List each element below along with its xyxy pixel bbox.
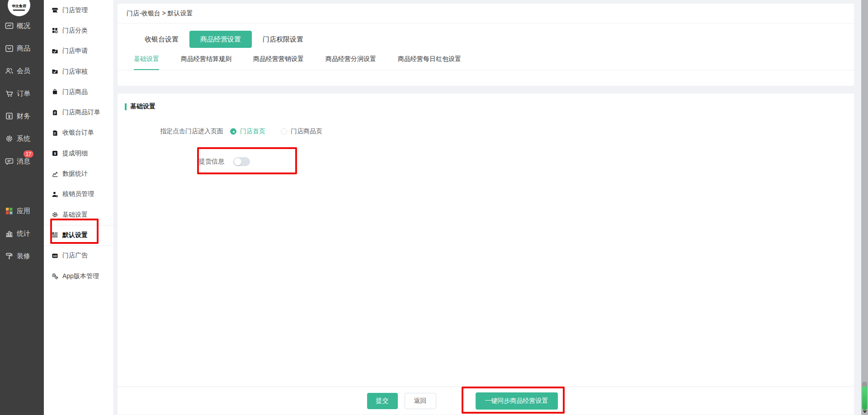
menu-item-data-stats[interactable]: 数据统计 (44, 163, 113, 184)
nav-item-decorate[interactable]: 装修 (0, 245, 44, 267)
primary-sidebar: 华太食府 概况商品会员订单财务系统消息17应用统计装修 (0, 0, 44, 415)
sliders-list-icon (52, 232, 58, 238)
footer-action-bar: 提交 返回 一键同步商品经营设置 (118, 387, 854, 415)
menu-item-label: 门店商品订单 (62, 108, 100, 117)
nav-item-apps[interactable]: 应用 (0, 200, 44, 222)
menu-item-basic-settings[interactable]: 基础设置 (44, 205, 113, 225)
menu-item-store-goods-order[interactable]: 门店商品订单 (44, 102, 113, 122)
svg-text:¥: ¥ (54, 151, 56, 156)
tab-store-permission-settings[interactable]: 门店权限设置 (252, 31, 314, 48)
app-window: 华太食府 概况商品会员订单财务系统消息17应用统计装修 门店管理门店分类门店申请… (0, 0, 868, 415)
breadcrumb-bar: 门店-收银台 > 默认设置 (118, 4, 854, 23)
menu-item-store-category[interactable]: 门店分类 (44, 20, 113, 41)
sync-goods-settings-button[interactable]: 一键同步商品经营设置 (476, 392, 558, 410)
nav-item-stats[interactable]: 统计 (0, 222, 44, 245)
pickup-info-label: 提货信息 (199, 158, 224, 166)
menu-item-label: 提成明细 (62, 149, 88, 158)
menu-item-app-version[interactable]: App版本管理 (44, 266, 113, 286)
back-button[interactable]: 返回 (405, 393, 436, 409)
bar-chart-icon (5, 229, 14, 238)
scrollbar-thumb[interactable] (862, 387, 867, 410)
logo-subtext-bar (13, 9, 25, 11)
subtab-settlement-rules[interactable]: 商品经营结算规则 (181, 55, 231, 70)
section-accent-bar (125, 103, 127, 110)
menu-item-store-management[interactable]: 门店管理 (44, 0, 113, 20)
cart-icon (5, 89, 14, 98)
member-icon (5, 67, 14, 75)
submit-button[interactable]: 提交 (367, 393, 398, 409)
radio-label: 门店首页 (240, 127, 265, 135)
toggle-knob-icon (234, 158, 241, 165)
chat-bubble-icon (5, 157, 14, 166)
entry-page-label: 指定点击门店进入页面 (160, 127, 223, 135)
paint-roller-icon (5, 252, 14, 261)
subtab-marketing-settings[interactable]: 商品经营营销设置 (253, 55, 304, 70)
nav-item-member[interactable]: 会员 (0, 60, 44, 82)
menu-item-label: 门店商品 (62, 88, 88, 96)
menu-item-verifier-management[interactable]: 核销员管理 (44, 184, 113, 205)
subtab-basic-settings[interactable]: 基础设置 (134, 55, 159, 70)
subtab-daily-redpacket-settings[interactable]: 商品经营每日红包设置 (398, 55, 461, 70)
scrollbar[interactable] (861, 0, 868, 415)
menu-item-label: 默认设置 (62, 231, 88, 239)
menu-item-store-apply[interactable]: 门店申请 (44, 41, 113, 61)
entry-page-row: 指定点击门店进入页面 门店首页门店商品页 (160, 127, 854, 136)
menu-item-label: 门店申请 (62, 47, 88, 55)
message-count-badge: 17 (24, 150, 33, 158)
company-logo[interactable]: 华太食府 (8, 0, 30, 16)
breadcrumb: 门店-收银台 > 默认设置 (127, 9, 193, 18)
entry-page-radio-group: 门店首页门店商品页 (230, 127, 338, 135)
nav-item-label: 系统 (17, 135, 30, 143)
nav-item-overview[interactable]: 概况 (0, 14, 44, 37)
finance-icon (5, 112, 14, 121)
menu-item-label: 收银台订单 (62, 129, 94, 137)
menu-item-label: 基础设置 (62, 211, 88, 219)
subtab-profit-sharing-settings[interactable]: 商品经营分润设置 (326, 55, 376, 70)
radio-icon (281, 128, 287, 135)
ad-badge-icon: AD (52, 252, 58, 259)
menu-item-default-settings[interactable]: 默认设置 (44, 225, 113, 245)
menu-item-cashier-order[interactable]: 收银台订单 (44, 123, 113, 143)
radio-label: 门店商品页 (291, 127, 322, 135)
nav-item-label: 消息 (17, 157, 30, 166)
radio-option-store-home[interactable]: 门店首页 (230, 127, 265, 135)
clipboard-icon (52, 109, 58, 116)
svg-text:AD: AD (53, 254, 57, 257)
radio-icon (230, 128, 236, 135)
menu-item-store-goods[interactable]: 门店商品 (44, 82, 113, 102)
overview-icon (5, 22, 14, 30)
menu-item-label: 门店广告 (62, 252, 88, 260)
category-grid-icon (52, 27, 58, 34)
menu-item-label: 数据统计 (62, 170, 88, 178)
storefront-icon (52, 7, 58, 14)
tab-cashier-settings[interactable]: 收银台设置 (134, 31, 189, 48)
menu-item-store-review[interactable]: 门店审核 (44, 61, 113, 82)
radio-option-store-goods-page[interactable]: 门店商品页 (281, 127, 322, 135)
scrollbar-down-arrow[interactable] (863, 410, 867, 413)
nav-item-goods[interactable]: 商品 (0, 37, 44, 60)
yen-square-icon: ¥ (52, 150, 58, 157)
nav-item-system[interactable]: 系统 (0, 127, 44, 150)
folder-check-icon (52, 68, 58, 75)
menu-item-label: 门店审核 (62, 68, 88, 76)
menu-item-commission-detail[interactable]: ¥提成明细 (44, 143, 113, 163)
person-gear-icon (52, 191, 58, 198)
pickup-info-row: 提货信息 (199, 157, 854, 166)
nav-item-label: 订单 (17, 89, 30, 98)
pickup-info-toggle[interactable] (233, 157, 250, 166)
nav-item-label: 概况 (17, 22, 30, 30)
tab-goods-operation-settings[interactable]: 商品经营设置 (189, 31, 252, 48)
sidebar-spacer (0, 173, 44, 200)
bag-icon (52, 89, 58, 95)
menu-item-label: 门店管理 (62, 6, 88, 14)
logo-text: 华太食府 (12, 4, 26, 9)
nav-item-message[interactable]: 消息17 (0, 150, 44, 173)
nav-item-label: 会员 (17, 67, 30, 75)
menu-item-label: App版本管理 (62, 272, 99, 280)
nav-item-finance[interactable]: 财务 (0, 105, 44, 127)
nav-item-label: 财务 (17, 112, 30, 121)
settings-panel: 基础设置 指定点击门店进入页面 门店首页门店商品页 提货信息 (118, 93, 854, 387)
goods-icon (5, 44, 14, 53)
menu-item-store-ad[interactable]: AD门店广告 (44, 246, 113, 266)
nav-item-order[interactable]: 订单 (0, 82, 44, 105)
